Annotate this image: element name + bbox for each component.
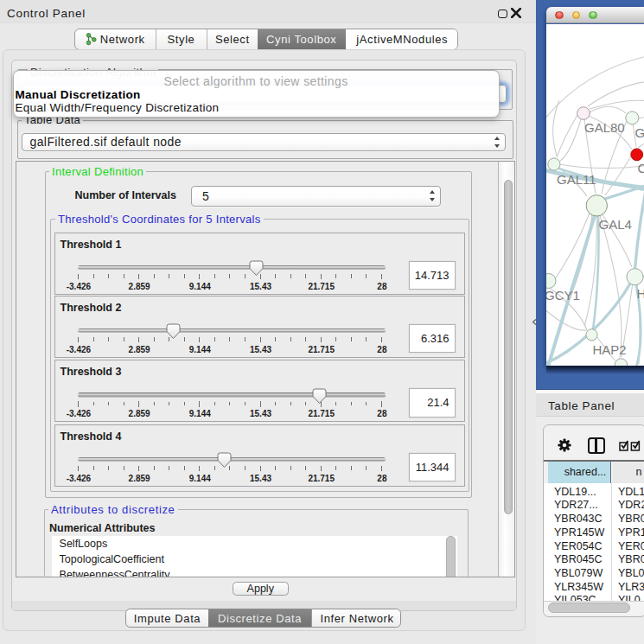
svg-text:H: H <box>637 285 644 300</box>
svg-text:C: C <box>638 161 644 175</box>
svg-text:HAP2: HAP2 <box>593 341 627 356</box>
svg-text:GAL4: GAL4 <box>599 217 632 232</box>
svg-text:GAL80: GAL80 <box>584 119 625 134</box>
svg-text:GA: GA <box>635 124 644 139</box>
svg-text:GAL11: GAL11 <box>557 172 596 187</box>
svg-text:GCY1: GCY1 <box>546 287 580 302</box>
